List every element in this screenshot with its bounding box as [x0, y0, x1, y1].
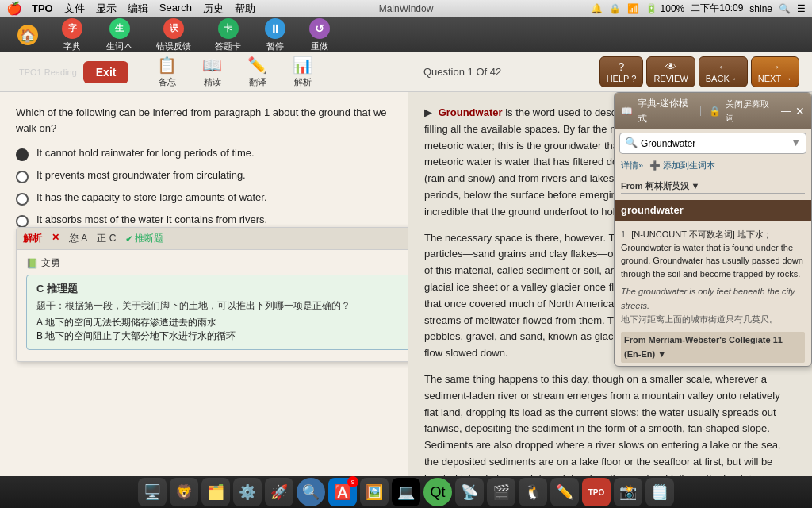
datika-button[interactable]: 卡 答题卡	[207, 15, 249, 56]
dict-close-btn[interactable]: ✕	[795, 102, 805, 120]
datika-label: 答题卡	[215, 40, 241, 52]
dict-links: 详情» ➕ 添加到生词本	[615, 157, 811, 176]
next-button[interactable]: → NEXT →	[751, 56, 799, 87]
zhongzuo-button[interactable]: ↺ 重做	[301, 15, 338, 56]
option-d-radio	[16, 215, 29, 228]
tab-jiexi[interactable]: 解析	[23, 232, 42, 245]
review-label: REVIEW	[653, 74, 688, 83]
dock-app-store[interactable]: 🅰️ 9	[328, 478, 357, 506]
dict-definition-section: 1 [N-UNCOUNT 不可数名词] 地下水 ; Groundwater is…	[615, 221, 811, 366]
dict-dropdown-icon[interactable]: ▼	[791, 135, 801, 152]
menu-search[interactable]: Search	[159, 2, 192, 16]
tab-tuiduan[interactable]: ✔ 推断题	[125, 232, 163, 245]
apple-menu[interactable]: 🍎	[6, 1, 22, 16]
dict-detail-link[interactable]: 详情»	[621, 159, 643, 173]
review-button[interactable]: 👁 REVIEW	[646, 56, 695, 87]
option-c-text: It has the capacity to store large amoun…	[36, 191, 267, 203]
tpo-reading-label: TPO1 Reading	[13, 67, 83, 77]
dock-camera[interactable]: 📸	[614, 478, 642, 506]
dock-notes[interactable]: 🗒️	[645, 478, 674, 506]
dock-qq[interactable]: 🐧	[519, 478, 547, 506]
home-button[interactable]: 🏠	[10, 21, 46, 48]
option-c[interactable]: It has the capacity to store large amoun…	[16, 191, 392, 206]
spotlight-icon[interactable]: 🔍	[779, 3, 791, 14]
analysis-question: 题干：根据第一段，关于我们脚下的土地，可以推出下列哪一项是正确的？	[36, 299, 408, 313]
analysis-option-a: A.地下的空间无法长期储存渗透进去的雨水	[36, 316, 408, 329]
option-a-radio	[16, 148, 29, 161]
beiwang-tool[interactable]: 📋 备忘	[157, 56, 177, 88]
dock-safari[interactable]: 🦁	[170, 478, 198, 506]
menu-file[interactable]: 文件	[64, 2, 85, 16]
help-label: HELP ?	[607, 74, 637, 83]
dock-mission-control[interactable]: 🗂️	[201, 478, 230, 506]
option-d[interactable]: It absorbs most of the water it contains…	[16, 214, 392, 228]
back-button[interactable]: ← BACK ←	[699, 56, 748, 87]
option-c-radio	[16, 193, 29, 206]
dict-title: 字典-迷你模式	[638, 96, 692, 126]
dock-video[interactable]: 🎬	[487, 478, 515, 506]
clock: 二下午10:09	[691, 2, 743, 15]
option-b[interactable]: It prevents most groundwater from circul…	[16, 169, 392, 183]
analysis-body: 📗 文勇 C 推理题 题干：根据第一段，关于我们脚下的土地，可以推出下列哪一项是…	[17, 250, 408, 361]
shengciben-label: 生词本	[106, 40, 132, 52]
dict-from-label-1[interactable]: From 柯林斯英汉 ▼	[621, 179, 805, 194]
dock-terminal[interactable]: 💻	[392, 478, 420, 506]
jiexi-tool[interactable]: 📊 解析	[293, 56, 312, 88]
next-label: NEXT →	[758, 74, 792, 83]
help-icon: ?	[619, 60, 625, 73]
analysis-popup: 解析 ✕ 您 A 正 C ✔ 推断题 ✕ 📗 文勇 C 推理题 题干：根据第一段…	[16, 227, 408, 362]
dock-tpo[interactable]: TPO	[582, 478, 611, 506]
tab-nian-a[interactable]: 您 A	[69, 232, 87, 245]
dock-system-prefs[interactable]: ⚙️	[233, 478, 262, 506]
dict-header: 📖 字典-迷你模式 🔒 关闭屏幕取词 — ✕	[615, 93, 811, 129]
help-button[interactable]: ? HELP ?	[599, 56, 644, 87]
plus-icon: ➕	[649, 160, 661, 170]
jiexi-icon: 📊	[293, 56, 312, 75]
zidian-button[interactable]: 字 字典	[54, 15, 90, 56]
menu-help[interactable]: 帮助	[235, 2, 255, 16]
cuowu-button[interactable]: 误 错误反馈	[148, 15, 199, 56]
zanting-button[interactable]: ⏸ 暂停	[257, 15, 293, 56]
menu-view[interactable]: 显示	[96, 2, 117, 16]
dock-launchpad[interactable]: 🚀	[265, 478, 293, 506]
tab-close-icon[interactable]: ✕	[52, 232, 59, 245]
close-screen-label[interactable]: 关闭屏幕取词	[726, 98, 773, 125]
search-icon: 🔍	[625, 135, 638, 152]
tab-zheng-c[interactable]: 正 C	[97, 232, 116, 245]
dict-from-label-2[interactable]: From Merriam-Webster's Collegiate 11 (En…	[621, 332, 805, 363]
def-num: 1	[621, 229, 626, 239]
menu-edit[interactable]: 编辑	[128, 2, 148, 16]
dict-add-vocab-link[interactable]: ➕ 添加到生词本	[649, 159, 715, 173]
zanting-label: 暂停	[266, 40, 284, 52]
app-name[interactable]: TPO	[32, 2, 53, 14]
analysis-author: 📗 文勇	[26, 256, 408, 270]
dock-teamviewer[interactable]: 📡	[455, 478, 484, 506]
analysis-tabs: 解析 ✕ 您 A 正 C ✔ 推断题	[23, 232, 163, 245]
back-label: BACK ←	[706, 74, 741, 83]
dock-finder[interactable]: 🖥️	[138, 478, 167, 506]
shengciben-button[interactable]: 生 生词本	[98, 15, 140, 56]
reading-panel: 📖 字典-迷你模式 🔒 关闭屏幕取词 — ✕ 🔍 ▼ 详情» ➕ 添加到生词本	[408, 92, 812, 476]
exit-button[interactable]: Exit	[83, 61, 129, 83]
dock-qt[interactable]: Qt	[423, 478, 452, 506]
dock-photos[interactable]: 🖼️	[360, 478, 389, 506]
menu-history[interactable]: 历史	[203, 2, 224, 16]
para-arrow-icon: ▶	[424, 106, 432, 118]
review-icon: 👁	[665, 60, 676, 73]
def-tag: [N-UNCOUNT 不可数名词] 地下水	[631, 229, 764, 239]
question-panel: Which of the following can be inferred f…	[0, 92, 408, 476]
option-b-text: It prevents most groundwater from circul…	[36, 169, 246, 181]
dock-search-app[interactable]: 🔍	[297, 478, 325, 506]
dict-min-btn[interactable]: —	[781, 104, 791, 119]
cuowu-label: 错误反馈	[156, 40, 191, 52]
jingdu-label: 精读	[204, 76, 221, 88]
para-3-text: The same thing happens to this day, thou…	[424, 373, 780, 476]
app-toolbar: 🏠 字 字典 生 生词本 误 错误反馈 卡 答题卡 ⏸ 暂停 ↺ 重做	[0, 17, 812, 52]
fanyi-tool[interactable]: ✏️ 翻译	[247, 56, 267, 88]
window-title: MainWindow	[379, 3, 434, 14]
dict-search-input[interactable]	[641, 138, 791, 149]
menu-extra-icon[interactable]: ☰	[797, 3, 806, 14]
option-a[interactable]: It cannot hold rainwater for long period…	[16, 147, 392, 161]
jingdu-tool[interactable]: 📖 精读	[202, 56, 222, 88]
dock-sketch[interactable]: ✏️	[550, 478, 579, 506]
